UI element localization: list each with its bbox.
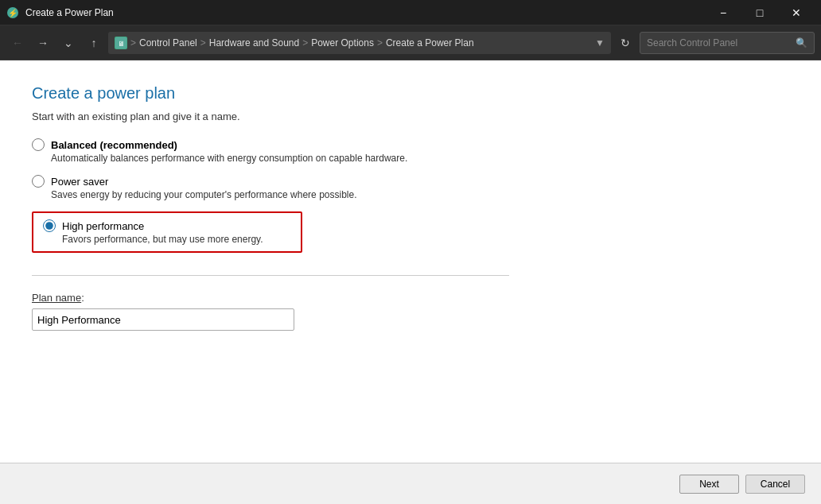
breadcrumb-power-options[interactable]: Power Options — [311, 37, 374, 48]
svg-text:🖥: 🖥 — [118, 40, 125, 48]
high-perf-name: High performance — [62, 220, 144, 232]
breadcrumb-control-panel[interactable]: Control Panel — [139, 37, 197, 48]
dropdown-button[interactable]: ⌄ — [57, 32, 80, 54]
high-perf-highlight-box: High performance Favors performance, but… — [32, 211, 302, 253]
search-icon: 🔍 — [796, 37, 807, 48]
option-power-saver: Power saver Saves energy by reducing you… — [32, 175, 789, 200]
forward-button[interactable]: → — [32, 32, 54, 54]
balanced-desc: Automatically balances performance with … — [51, 153, 789, 164]
next-button[interactable]: Next — [679, 475, 739, 494]
plan-name-label: Plan name: — [32, 292, 789, 304]
addressbar: ← → ⌄ ↑ 🖥 > Control Panel > Hardware and… — [0, 25, 821, 60]
power-saver-radio[interactable] — [32, 175, 45, 188]
breadcrumb-sep-1: > — [200, 37, 206, 48]
breadcrumb-hardware-sound[interactable]: Hardware and Sound — [209, 37, 299, 48]
back-button[interactable]: ← — [6, 32, 29, 54]
option-balanced: Balanced (recommended) Automatically bal… — [32, 138, 789, 164]
cancel-button[interactable]: Cancel — [745, 475, 805, 494]
refresh-button[interactable]: ↻ — [614, 32, 636, 54]
plan-name-input[interactable] — [32, 308, 294, 331]
breadcrumb: 🖥 > Control Panel > Hardware and Sound >… — [108, 32, 611, 54]
svg-text:⚡: ⚡ — [8, 8, 18, 18]
search-input[interactable] — [647, 37, 792, 48]
breadcrumb-sep-3: > — [377, 37, 383, 48]
high-perf-desc: Favors performance, but may use more ene… — [62, 234, 291, 245]
high-perf-radio[interactable] — [43, 219, 56, 232]
power-saver-desc: Saves energy by reducing your computer's… — [51, 189, 789, 200]
up-button[interactable]: ↑ — [83, 32, 105, 54]
page-title: Create a power plan — [32, 84, 789, 103]
footer: Next Cancel — [0, 463, 821, 504]
breadcrumb-dropdown-arrow[interactable]: ▼ — [595, 37, 605, 48]
balanced-name: Balanced (recommended) — [51, 139, 177, 151]
high-perf-label[interactable]: High performance — [43, 219, 291, 232]
plan-name-label-text: Plan name — [32, 292, 81, 304]
titlebar: ⚡ Create a Power Plan − □ ✕ — [0, 0, 821, 25]
breadcrumb-sep-2: > — [302, 37, 308, 48]
power-saver-label[interactable]: Power saver — [32, 175, 789, 188]
balanced-label[interactable]: Balanced (recommended) — [32, 138, 789, 151]
search-bar[interactable]: 🔍 — [640, 32, 815, 54]
option-high-perf: High performance Favors performance, but… — [32, 211, 789, 259]
section-divider — [32, 275, 509, 276]
minimize-button[interactable]: − — [705, 0, 741, 25]
subtitle: Start with an existing plan and give it … — [32, 110, 789, 122]
window-controls: − □ ✕ — [705, 0, 815, 25]
plan-name-section: Plan name: — [32, 292, 789, 331]
maximize-button[interactable]: □ — [741, 0, 778, 25]
power-saver-name: Power saver — [51, 176, 108, 188]
app-icon: ⚡ — [6, 6, 19, 19]
main-content: Create a power plan Start with an existi… — [0, 60, 821, 504]
breadcrumb-sep-0: > — [130, 37, 136, 48]
breadcrumb-current: Create a Power Plan — [386, 37, 474, 48]
breadcrumb-icon: 🖥 — [115, 37, 127, 49]
content-area: Create a power plan Start with an existi… — [0, 60, 821, 463]
balanced-radio[interactable] — [32, 138, 45, 151]
close-button[interactable]: ✕ — [778, 0, 815, 25]
window-title: Create a Power Plan — [25, 7, 698, 18]
